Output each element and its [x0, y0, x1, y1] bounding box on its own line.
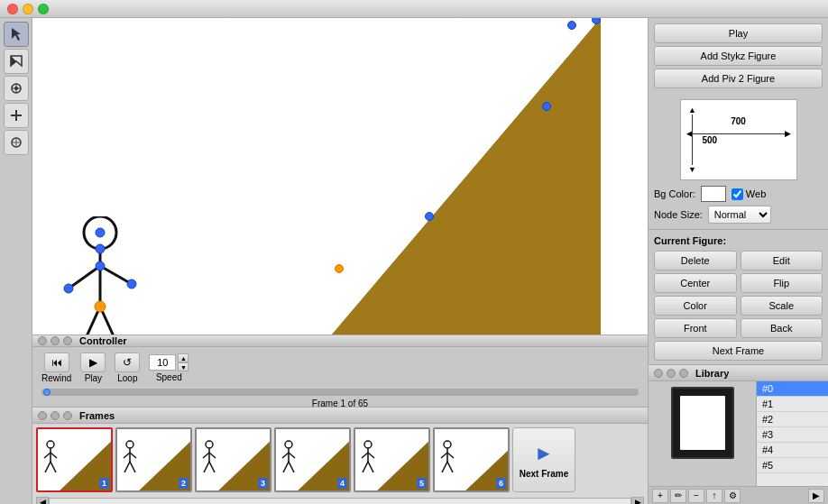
progress-handle[interactable] — [43, 389, 51, 396]
speed-input[interactable] — [149, 354, 176, 371]
lib-settings-button[interactable]: ⚙ — [724, 489, 741, 503]
library-item-1[interactable]: #1 — [757, 397, 828, 412]
color-button[interactable]: Color — [654, 296, 737, 316]
lib-nav-button[interactable]: ▶ — [808, 489, 824, 503]
transform-tool[interactable] — [4, 49, 29, 74]
frame-thumb-3[interactable]: 3 — [195, 427, 271, 492]
library-item-4[interactable]: #4 — [757, 443, 828, 458]
play-button[interactable]: ▶ — [80, 353, 106, 372]
ctrl-dot-3 — [63, 336, 72, 345]
svg-point-24 — [127, 279, 136, 289]
next-frame-main-button[interactable]: Next Frame — [654, 341, 823, 361]
control-point-5[interactable] — [335, 264, 344, 273]
scale-button[interactable]: Scale — [741, 296, 823, 316]
bg-color-swatch[interactable] — [701, 186, 726, 202]
loop-button[interactable]: ↺ — [115, 353, 140, 372]
minimize-button[interactable] — [23, 4, 33, 14]
svg-point-44 — [206, 441, 213, 448]
library-content: #0 #1 #2 #3 #4 #5 — [649, 381, 828, 486]
delete-edit-row: Delete Edit — [654, 251, 823, 270]
control-point-4[interactable] — [425, 212, 434, 221]
node-size-label: Node Size: — [654, 209, 703, 220]
controller-controls: ⏮ Rewind ▶ Play ↺ Loop ▲ ▼ — [32, 347, 648, 389]
svg-point-37 — [126, 441, 133, 448]
close-button[interactable] — [7, 4, 18, 14]
svg-line-33 — [51, 453, 57, 458]
lib-edit-button[interactable]: ✏ — [670, 489, 686, 503]
canvas-area[interactable] — [32, 18, 648, 334]
svg-line-56 — [289, 462, 294, 472]
svg-line-17 — [69, 266, 100, 289]
right-panel: Play Add Stykz Figure Add Piv 2 Figure ◀… — [648, 18, 828, 504]
svg-line-40 — [130, 453, 136, 458]
add-stykz-button[interactable]: Add Stykz Figure — [654, 46, 823, 66]
delete-button[interactable]: Delete — [654, 251, 737, 270]
speed-group: ▲ ▼ Speed — [149, 353, 189, 382]
svg-point-22 — [96, 261, 105, 270]
node-size-select[interactable]: Tiny Small Normal Large Huge — [708, 206, 771, 224]
current-figure-title: Current Figure: — [654, 235, 823, 246]
right-buttons: Current Figure: Delete Edit Center Flip — [649, 230, 828, 365]
front-button[interactable]: Front — [654, 318, 737, 338]
lib-remove-button[interactable]: − — [688, 489, 704, 503]
lib-import-button[interactable]: ↑ — [706, 489, 722, 503]
stickman — [60, 216, 141, 334]
frames-title: Frames — [79, 410, 115, 421]
play-main-button[interactable]: Play — [654, 23, 823, 43]
speed-arrows: ▲ ▼ — [178, 353, 189, 371]
frames-panel: Frames 1 — [32, 407, 648, 504]
node-size-row: Node Size: Tiny Small Normal Large Huge — [654, 206, 823, 224]
control-point-1[interactable] — [567, 21, 576, 30]
svg-point-65 — [444, 441, 451, 448]
frames-dot-3 — [63, 411, 72, 420]
maximize-button[interactable] — [38, 4, 49, 14]
svg-line-48 — [204, 462, 209, 472]
next-frame-button[interactable]: ► Next Frame — [512, 427, 575, 492]
svg-point-58 — [364, 441, 372, 448]
frame-thumb-2[interactable]: 2 — [115, 427, 192, 492]
frame-number-4: 4 — [337, 478, 347, 489]
edit-button[interactable]: Edit — [741, 251, 823, 270]
pivot-tool[interactable] — [4, 76, 29, 101]
bg-color-row: Bg Color: Web — [654, 186, 823, 202]
frame-thumb-5[interactable]: 5 — [354, 427, 430, 492]
scroll-left[interactable]: ◀ — [36, 497, 49, 504]
progress-bar[interactable] — [41, 389, 639, 396]
lib-add-button[interactable]: + — [652, 489, 668, 503]
add-joint-tool[interactable] — [4, 103, 29, 128]
speed-down-arrow[interactable]: ▼ — [178, 362, 189, 371]
speed-label: Speed — [156, 372, 182, 382]
frame-thumb-6[interactable]: 6 — [433, 427, 510, 492]
library-item-5[interactable]: #5 — [757, 458, 828, 473]
back-button[interactable]: Back — [741, 318, 823, 338]
svg-line-49 — [209, 462, 215, 472]
frames-dot-2 — [51, 411, 60, 420]
add-circle-tool[interactable] — [4, 130, 29, 155]
speed-up-arrow[interactable]: ▲ — [178, 353, 189, 362]
bg-color-label: Bg Color: — [654, 188, 695, 199]
props-area: ◀ ▶ 700 ▲ ▼ 500 Bg Color: W — [649, 94, 828, 230]
select-tool[interactable] — [4, 22, 29, 47]
svg-point-6 — [14, 87, 18, 90]
canvas-size-display: ◀ ▶ 700 ▲ ▼ 500 — [680, 99, 797, 180]
library-thumb — [671, 387, 734, 459]
add-piv2-button[interactable]: Add Piv 2 Figure — [654, 69, 823, 88]
flip-button[interactable]: Flip — [741, 273, 823, 293]
control-point-3[interactable] — [542, 102, 551, 111]
scroll-right[interactable]: ▶ — [631, 497, 644, 504]
frame-thumb-1[interactable]: 1 — [36, 427, 113, 492]
svg-line-55 — [283, 462, 289, 472]
library-item-3[interactable]: #3 — [757, 427, 828, 443]
center-button[interactable]: Center — [654, 273, 737, 293]
library-item-0[interactable]: #0 — [757, 381, 828, 397]
canvas-width: 700 — [731, 116, 746, 126]
rewind-button[interactable]: ⏮ — [44, 353, 69, 372]
svg-line-34 — [45, 462, 51, 472]
scroll-track[interactable] — [49, 498, 631, 504]
canvas[interactable] — [32, 18, 648, 334]
library-item-2[interactable]: #2 — [757, 412, 828, 427]
lib-dot-2 — [667, 369, 676, 378]
library-preview — [649, 381, 756, 486]
web-checkbox[interactable] — [731, 188, 743, 200]
frame-thumb-4[interactable]: 4 — [274, 427, 351, 492]
